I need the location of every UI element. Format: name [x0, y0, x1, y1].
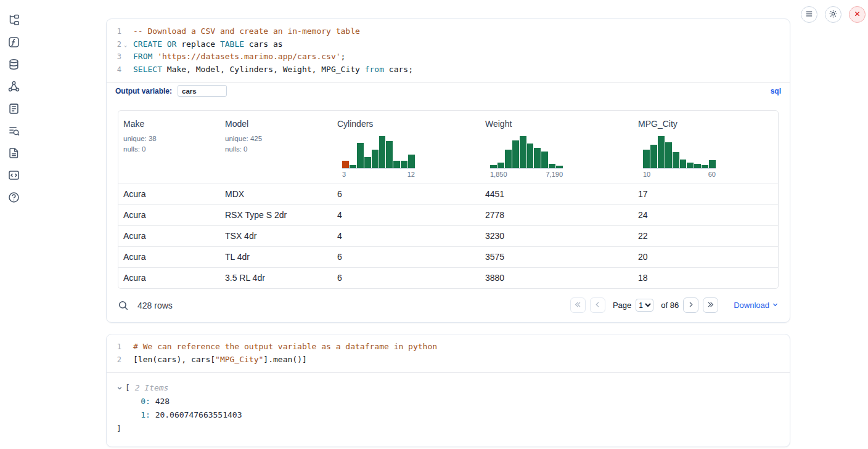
download-label: Download [734, 301, 769, 310]
python-editor[interactable]: 1# We can reference the output variable … [107, 334, 790, 372]
code-line: 2›CREATE OR replace TABLE cars as [107, 38, 790, 51]
snippets-icon[interactable] [8, 169, 20, 181]
table-header-row: Makeunique: 38nulls: 0Modelunique: 425nu… [118, 111, 778, 184]
table-cell: Acura [118, 247, 220, 267]
dependency-graph-icon[interactable] [8, 81, 20, 92]
table-cell: TL 4dr [220, 247, 332, 267]
search-icon[interactable] [118, 300, 129, 311]
column-header[interactable]: Modelunique: 425nulls: 0 [220, 111, 332, 184]
column-histogram: 1,8507,190 [490, 134, 563, 178]
table-cell: 3230 [480, 226, 633, 246]
table-cell: 2778 [480, 205, 633, 225]
table-cell: 3.5 RL 4dr [220, 268, 332, 288]
fold-chevron-icon[interactable]: › [119, 42, 132, 50]
file-tree-icon[interactable] [8, 14, 20, 26]
column-name: Weight [485, 118, 628, 129]
prev-page-button[interactable] [590, 297, 605, 313]
table-cell: Acura [118, 268, 220, 288]
line-number: 2 [107, 354, 121, 366]
settings-icon [829, 9, 838, 20]
line-number: 3 [107, 51, 121, 63]
menu-icon [805, 9, 814, 20]
table-cell: 22 [633, 226, 778, 246]
output-variable-input[interactable] [178, 85, 227, 97]
column-stat: nulls: 0 [225, 145, 327, 153]
function-icon[interactable] [8, 36, 20, 48]
table-row[interactable]: AcuraTSX 4dr4323022 [118, 225, 778, 246]
table-row[interactable]: Acura3.5 RL 4dr6388018 [118, 267, 778, 288]
page-label: Page [613, 301, 631, 310]
column-name: Make [123, 118, 215, 129]
page-select[interactable]: 1 [636, 299, 653, 312]
column-stat: nulls: 0 [123, 145, 215, 153]
column-stat: unique: 38 [123, 134, 215, 143]
chevron-right-icon [687, 301, 695, 310]
data-table: Makeunique: 38nulls: 0Modelunique: 425nu… [118, 110, 779, 289]
chevrons-left-icon [574, 301, 582, 310]
column-stat: unique: 425 [225, 134, 327, 143]
table-row[interactable]: AcuraRSX Type S 2dr4277824 [118, 204, 778, 225]
table-cell: 18 [633, 268, 778, 288]
line-number: 1 [107, 25, 121, 38]
first-page-button[interactable] [570, 297, 586, 313]
output-tree-line: [ 2 Items [117, 381, 780, 395]
sql-editor[interactable]: 1-- Download a CSV and create an in-memo… [107, 19, 790, 82]
table-cell: 4 [332, 205, 480, 225]
settings-button[interactable] [825, 6, 841, 23]
chevron-down-icon [772, 301, 779, 310]
column-header[interactable]: Makeunique: 38nulls: 0 [118, 111, 220, 184]
table-cell: 3880 [480, 268, 633, 288]
output-tree-line: ] [117, 422, 780, 435]
next-page-button[interactable] [683, 297, 698, 313]
table-row[interactable]: AcuraTL 4dr6357520 [118, 246, 778, 267]
python-cell: 1# We can reference the output variable … [106, 334, 790, 447]
topbar [801, 6, 866, 23]
table-footer: 428 rows Page 1 of 86 Download [107, 289, 790, 322]
database-icon[interactable] [8, 59, 20, 70]
column-header[interactable]: MPG_City1060 [633, 111, 778, 184]
table-row[interactable]: AcuraMDX6445117 [118, 184, 778, 204]
sql-cell: 1-- Download a CSV and create an in-memo… [106, 18, 790, 323]
column-histogram: 1060 [643, 134, 716, 178]
chevron-left-icon [594, 301, 602, 310]
logs-icon[interactable] [8, 125, 20, 137]
close-icon [853, 9, 862, 20]
table-cell: Acura [118, 226, 220, 246]
close-button[interactable] [849, 6, 866, 23]
chevrons-right-icon [706, 301, 714, 310]
scratchpad-icon[interactable] [8, 103, 20, 115]
line-number: 1 [107, 341, 121, 354]
download-button[interactable]: Download [734, 301, 779, 310]
column-name: MPG_City [638, 118, 773, 129]
table-cell: 4451 [480, 184, 633, 204]
code-line: 3FROM 'https://datasets.marimo.app/cars.… [107, 51, 790, 63]
last-page-button[interactable] [703, 297, 718, 313]
table-cell: MDX [220, 184, 332, 204]
code-line: 2[len(cars), cars["MPG_City"].mean()] [107, 354, 790, 366]
table-cell: Acura [118, 205, 220, 225]
column-header[interactable]: Cylinders312 [332, 111, 480, 184]
table-cell: 24 [633, 205, 778, 225]
output-tree-line: 0: 428 [117, 395, 780, 408]
column-name: Model [225, 118, 327, 129]
language-badge: sql [771, 87, 781, 95]
table-body: AcuraMDX6445117AcuraRSX Type S 2dr427782… [118, 184, 778, 288]
table-output: Makeunique: 38nulls: 0Modelunique: 425nu… [107, 99, 790, 289]
table-cell: 6 [332, 268, 480, 288]
code-line: 4SELECT Make, Model, Cylinders, Weight, … [107, 63, 790, 76]
help-icon[interactable] [8, 192, 20, 203]
chevron-down-icon[interactable] [117, 381, 125, 395]
menu-button[interactable] [801, 6, 817, 23]
left-sidebar [0, 0, 27, 203]
column-header[interactable]: Weight1,8507,190 [480, 111, 633, 184]
documentation-icon[interactable] [8, 147, 20, 159]
output-variable-strip: Output variable: sql [107, 82, 790, 99]
table-cell: 17 [633, 184, 778, 204]
page-total-label: of 86 [661, 301, 679, 310]
row-count: 428 rows [137, 301, 173, 310]
table-cell: 6 [332, 247, 480, 267]
line-number: 4 [107, 63, 121, 76]
table-cell: 4 [332, 226, 480, 246]
table-cell: Acura [118, 184, 220, 204]
notebook: 1-- Download a CSV and create an in-memo… [106, 18, 790, 447]
